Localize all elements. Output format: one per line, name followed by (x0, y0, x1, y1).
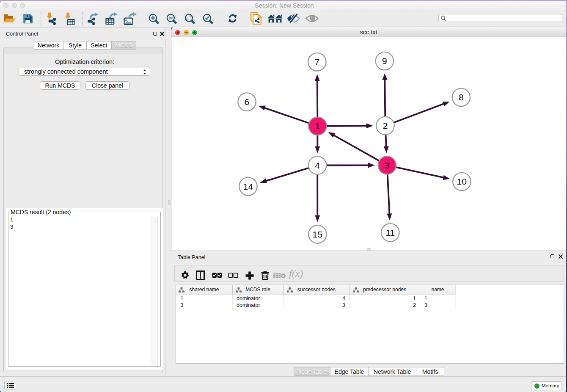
svg-text:9: 9 (382, 56, 387, 66)
svg-text:2: 2 (383, 121, 388, 130)
svg-text:4: 4 (315, 160, 320, 170)
svg-text:7: 7 (315, 57, 320, 67)
svg-text:10: 10 (457, 177, 467, 186)
svg-text:14: 14 (243, 182, 253, 191)
svg-text:1: 1 (315, 121, 320, 131)
svg-text:6: 6 (245, 97, 250, 107)
svg-text:11: 11 (385, 228, 395, 237)
svg-text:8: 8 (459, 92, 464, 102)
svg-text:15: 15 (313, 229, 322, 239)
svg-text:3: 3 (385, 160, 390, 170)
